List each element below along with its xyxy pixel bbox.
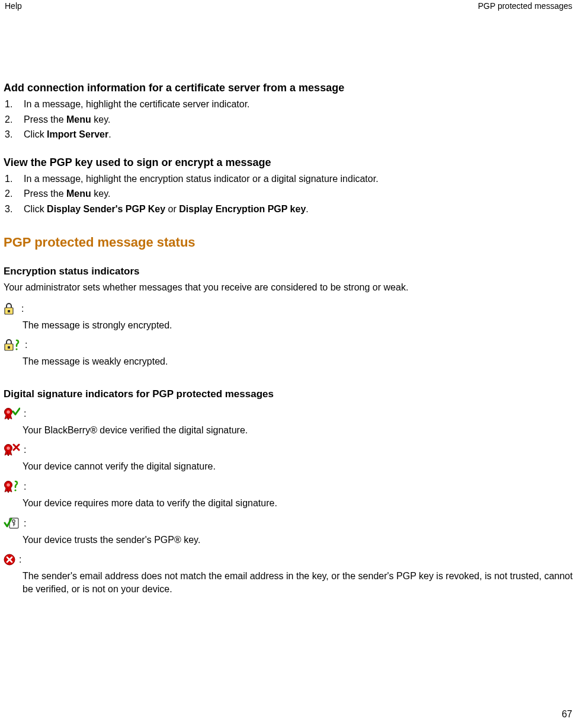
section2-step: 1. In a message, highlight the encryptio… xyxy=(4,173,573,186)
lock-strong-icon xyxy=(4,302,20,315)
step-text-bold2: Display Encryption PGP key xyxy=(179,204,306,214)
header-left: Help xyxy=(5,1,22,11)
icon-colon: : xyxy=(19,553,21,566)
encryption-section-title: Encryption status indicators xyxy=(4,266,573,277)
icon-colon: : xyxy=(24,407,26,420)
icon-row: : xyxy=(4,407,573,420)
signature-item-verified: : Your BlackBerry® device verified the d… xyxy=(4,407,573,437)
svg-point-6 xyxy=(7,410,10,414)
encryption-icon-list: : The message is strongly encrypted. : T… xyxy=(4,302,573,368)
icon-colon: : xyxy=(24,480,26,493)
signature-item-trusted-key: : Your device trusts the sender's PGP® k… xyxy=(4,517,573,547)
signature-icon-list: : Your BlackBerry® device verified the d… xyxy=(4,407,573,596)
step-number: 1. xyxy=(5,173,20,186)
icon-row: : xyxy=(4,443,573,456)
section2-step: 3. Click Display Sender's PGP Key or Dis… xyxy=(4,203,573,216)
icon-row: : xyxy=(4,480,573,493)
step-text-bold: Menu xyxy=(66,114,91,124)
icon-row: : xyxy=(4,517,573,530)
section1-step: 3. Click Import Server. xyxy=(4,128,573,141)
icon-description: The message is weakly encrypted. xyxy=(23,355,573,368)
icon-description: Your device requires more data to verify… xyxy=(23,497,573,510)
icon-row: : xyxy=(4,339,573,352)
svg-point-8 xyxy=(7,447,10,451)
step-text-bold: Import Server xyxy=(47,129,108,139)
signature-section-title: Digital signature indicators for PGP pro… xyxy=(4,388,573,400)
step-text-pre: Press the xyxy=(24,114,66,124)
step-text-pre: Press the xyxy=(24,189,66,199)
svg-point-4 xyxy=(15,349,17,350)
svg-rect-1 xyxy=(8,310,10,312)
signature-item-cannot-verify: : Your device cannot verify the digital … xyxy=(4,443,573,473)
status-heading: PGP protected message status xyxy=(4,235,573,250)
section1-steps: 1. In a message, highlight the certifica… xyxy=(4,98,573,141)
section2-title: View the PGP key used to sign or encrypt… xyxy=(4,157,573,169)
step-text-mid: key. xyxy=(91,114,111,124)
icon-description: Your device cannot verify the digital si… xyxy=(23,460,573,473)
step-text-mid: key. xyxy=(91,189,111,199)
section1-title: Add connection information for a certifi… xyxy=(4,82,573,94)
page: Help PGP protected messages Add connecti… xyxy=(0,0,577,728)
step-text-bold: Menu xyxy=(66,189,91,199)
step-text-pre: In a message, highlight the certificate … xyxy=(24,99,250,109)
error-circle-x-icon xyxy=(4,553,18,566)
signature-item-more-data: : Your device requires more data to veri… xyxy=(4,480,573,510)
svg-point-11 xyxy=(14,489,16,491)
icon-row: : xyxy=(4,302,573,315)
section1-step: 2. Press the Menu key. xyxy=(4,113,573,126)
icon-colon: : xyxy=(21,302,24,315)
icon-row: : xyxy=(4,553,573,566)
ribbon-check-icon xyxy=(4,407,23,420)
icon-description: Your BlackBerry® device verified the dig… xyxy=(23,424,573,437)
section2-steps: 1. In a message, highlight the encryptio… xyxy=(4,173,573,216)
section1-step: 1. In a message, highlight the certifica… xyxy=(4,98,573,111)
lock-weak-icon xyxy=(4,339,24,352)
step-text-pre: In a message, highlight the encryption s… xyxy=(24,174,379,184)
encryption-item-strong: : The message is strongly encrypted. xyxy=(4,302,573,332)
step-text-mid: or xyxy=(165,204,179,214)
icon-colon: : xyxy=(24,517,26,530)
step-number: 3. xyxy=(5,203,20,216)
step-number: 3. xyxy=(5,128,20,141)
icon-colon: : xyxy=(25,339,27,352)
svg-rect-3 xyxy=(8,346,10,349)
step-number: 2. xyxy=(5,187,20,200)
signature-item-mismatch: : The sender's email address does not ma… xyxy=(4,553,573,595)
key-check-icon xyxy=(4,517,23,530)
encryption-item-weak: : The message is weakly encrypted. xyxy=(4,339,573,368)
step-number: 2. xyxy=(5,113,20,126)
step-text-bold: Display Sender's PGP Key xyxy=(47,204,165,214)
step-text-mid: . xyxy=(108,129,111,139)
ribbon-x-icon xyxy=(4,443,23,456)
step-text-pre: Click xyxy=(24,204,47,214)
page-header: Help PGP protected messages xyxy=(4,1,573,11)
header-right: PGP protected messages xyxy=(478,1,572,11)
ribbon-question-icon xyxy=(4,480,23,493)
encryption-section-intro: Your administrator sets whether messages… xyxy=(4,282,573,293)
svg-point-10 xyxy=(7,483,10,487)
step-text-pre: Click xyxy=(24,129,47,139)
icon-description: The sender's email address does not matc… xyxy=(23,570,573,595)
section2-step: 2. Press the Menu key. xyxy=(4,187,573,200)
icon-description: The message is strongly encrypted. xyxy=(23,319,573,332)
page-number: 67 xyxy=(562,709,572,720)
step-text-post: . xyxy=(306,204,308,214)
step-number: 1. xyxy=(5,98,20,111)
icon-colon: : xyxy=(24,443,26,456)
icon-description: Your device trusts the sender's PGP® key… xyxy=(23,534,573,547)
